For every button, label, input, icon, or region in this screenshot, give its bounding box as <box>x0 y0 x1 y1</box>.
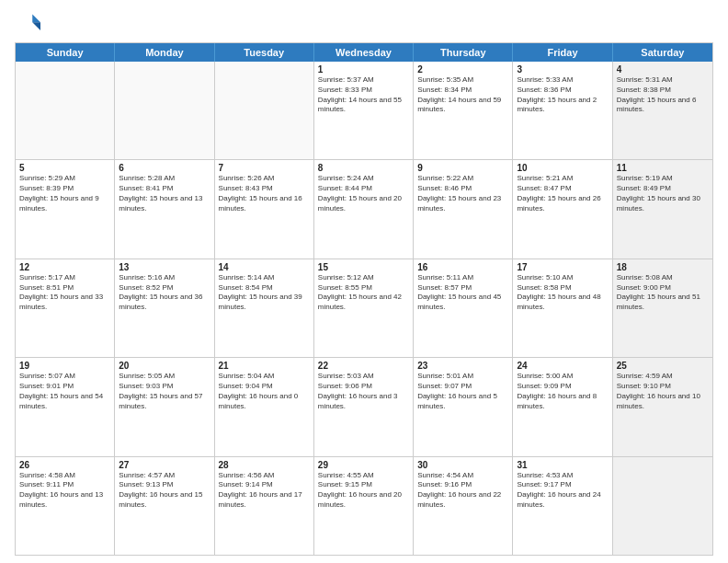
calendar-day-1: 1Sunrise: 5:37 AM Sunset: 8:33 PM Daylig… <box>314 62 414 159</box>
calendar-day-3: 3Sunrise: 5:33 AM Sunset: 8:36 PM Daylig… <box>513 62 612 159</box>
day-number: 13 <box>119 262 210 272</box>
calendar-day-8: 8Sunrise: 5:24 AM Sunset: 8:44 PM Daylig… <box>314 160 414 258</box>
day-info: Sunrise: 5:17 AM Sunset: 8:51 PM Dayligh… <box>19 273 110 313</box>
day-number: 6 <box>119 163 210 173</box>
day-number: 18 <box>617 262 709 272</box>
day-number: 2 <box>417 64 508 75</box>
calendar-day-6: 6Sunrise: 5:28 AM Sunset: 8:41 PM Daylig… <box>115 160 214 258</box>
calendar-day-9: 9Sunrise: 5:22 AM Sunset: 8:46 PM Daylig… <box>414 160 513 258</box>
svg-marker-1 <box>32 22 40 30</box>
calendar-day-18: 18Sunrise: 5:08 AM Sunset: 9:00 PM Dayli… <box>613 259 712 357</box>
calendar-day-30: 30Sunrise: 4:54 AM Sunset: 9:16 PM Dayli… <box>414 457 513 555</box>
day-number: 9 <box>417 163 508 173</box>
day-header-saturday: Saturday <box>613 43 712 62</box>
calendar-day-7: 7Sunrise: 5:26 AM Sunset: 8:43 PM Daylig… <box>215 160 314 258</box>
day-number: 7 <box>219 163 310 173</box>
calendar: SundayMondayTuesdayWednesdayThursdayFrid… <box>15 42 713 556</box>
calendar-day-28: 28Sunrise: 4:56 AM Sunset: 9:14 PM Dayli… <box>215 457 314 555</box>
calendar-day-10: 10Sunrise: 5:21 AM Sunset: 8:47 PM Dayli… <box>513 160 612 258</box>
calendar-day-29: 29Sunrise: 4:55 AM Sunset: 9:15 PM Dayli… <box>314 457 414 555</box>
day-info: Sunrise: 5:37 AM Sunset: 8:33 PM Dayligh… <box>318 75 409 115</box>
calendar-day-5: 5Sunrise: 5:29 AM Sunset: 8:39 PM Daylig… <box>16 160 115 258</box>
day-number: 3 <box>517 64 608 75</box>
calendar-day-15: 15Sunrise: 5:12 AM Sunset: 8:55 PM Dayli… <box>314 259 414 357</box>
day-info: Sunrise: 5:07 AM Sunset: 9:01 PM Dayligh… <box>19 372 110 411</box>
calendar-day-12: 12Sunrise: 5:17 AM Sunset: 8:51 PM Dayli… <box>16 259 115 357</box>
day-number: 10 <box>517 163 608 173</box>
calendar-day-26: 26Sunrise: 4:58 AM Sunset: 9:11 PM Dayli… <box>16 457 115 555</box>
day-number: 24 <box>517 361 608 371</box>
day-info: Sunrise: 5:01 AM Sunset: 9:07 PM Dayligh… <box>417 372 508 411</box>
day-info: Sunrise: 5:21 AM Sunset: 8:47 PM Dayligh… <box>517 174 608 213</box>
day-number: 21 <box>219 361 310 371</box>
day-number: 31 <box>517 460 608 470</box>
calendar-week-5: 26Sunrise: 4:58 AM Sunset: 9:11 PM Dayli… <box>16 457 712 555</box>
day-number: 28 <box>219 460 310 470</box>
svg-marker-0 <box>32 15 40 23</box>
calendar-day-19: 19Sunrise: 5:07 AM Sunset: 9:01 PM Dayli… <box>16 358 115 455</box>
calendar-week-4: 19Sunrise: 5:07 AM Sunset: 9:01 PM Dayli… <box>16 358 712 456</box>
day-info: Sunrise: 5:04 AM Sunset: 9:04 PM Dayligh… <box>219 372 310 411</box>
day-info: Sunrise: 4:57 AM Sunset: 9:13 PM Dayligh… <box>119 471 210 511</box>
day-info: Sunrise: 5:16 AM Sunset: 8:52 PM Dayligh… <box>119 273 210 313</box>
calendar-day-21: 21Sunrise: 5:04 AM Sunset: 9:04 PM Dayli… <box>215 358 314 455</box>
day-info: Sunrise: 5:29 AM Sunset: 8:39 PM Dayligh… <box>19 174 110 213</box>
day-number: 17 <box>517 262 608 272</box>
day-info: Sunrise: 5:10 AM Sunset: 8:58 PM Dayligh… <box>517 273 608 313</box>
calendar-day-22: 22Sunrise: 5:03 AM Sunset: 9:06 PM Dayli… <box>314 358 414 455</box>
day-number: 23 <box>417 361 508 371</box>
day-info: Sunrise: 5:03 AM Sunset: 9:06 PM Dayligh… <box>318 372 409 411</box>
day-info: Sunrise: 5:19 AM Sunset: 8:49 PM Dayligh… <box>617 174 709 213</box>
day-number: 19 <box>19 361 110 371</box>
calendar-day-17: 17Sunrise: 5:10 AM Sunset: 8:58 PM Dayli… <box>513 259 612 357</box>
calendar-day-16: 16Sunrise: 5:11 AM Sunset: 8:57 PM Dayli… <box>414 259 513 357</box>
day-number: 22 <box>318 361 409 371</box>
day-info: Sunrise: 5:35 AM Sunset: 8:34 PM Dayligh… <box>417 75 508 115</box>
calendar-week-1: 1Sunrise: 5:37 AM Sunset: 8:33 PM Daylig… <box>16 62 712 160</box>
day-info: Sunrise: 5:14 AM Sunset: 8:54 PM Dayligh… <box>219 273 310 313</box>
calendar-day-20: 20Sunrise: 5:05 AM Sunset: 9:03 PM Dayli… <box>115 358 214 455</box>
calendar-day-25: 25Sunrise: 4:59 AM Sunset: 9:10 PM Dayli… <box>613 358 712 455</box>
day-number: 14 <box>219 262 310 272</box>
page: SundayMondayTuesdayWednesdayThursdayFrid… <box>0 0 728 563</box>
calendar-empty-cell <box>16 62 115 159</box>
day-number: 15 <box>318 262 409 272</box>
day-number: 26 <box>19 460 110 470</box>
day-header-tuesday: Tuesday <box>215 43 314 62</box>
day-info: Sunrise: 5:00 AM Sunset: 9:09 PM Dayligh… <box>517 372 608 411</box>
day-number: 25 <box>617 361 709 371</box>
day-info: Sunrise: 5:08 AM Sunset: 9:00 PM Dayligh… <box>617 273 709 313</box>
day-info: Sunrise: 4:56 AM Sunset: 9:14 PM Dayligh… <box>219 471 310 511</box>
day-info: Sunrise: 4:55 AM Sunset: 9:15 PM Dayligh… <box>318 471 409 511</box>
day-header-friday: Friday <box>513 43 612 62</box>
day-header-wednesday: Wednesday <box>314 43 414 62</box>
day-number: 30 <box>417 460 508 470</box>
logo-icon <box>15 11 40 37</box>
day-info: Sunrise: 5:22 AM Sunset: 8:46 PM Dayligh… <box>417 174 508 213</box>
calendar-empty-cell <box>115 62 214 159</box>
calendar-empty-cell <box>215 62 314 159</box>
day-number: 11 <box>617 163 709 173</box>
header <box>15 11 713 37</box>
calendar-day-27: 27Sunrise: 4:57 AM Sunset: 9:13 PM Dayli… <box>115 457 214 555</box>
day-number: 4 <box>617 64 709 75</box>
day-number: 1 <box>318 64 409 75</box>
day-info: Sunrise: 5:26 AM Sunset: 8:43 PM Dayligh… <box>219 174 310 213</box>
calendar-empty-cell <box>613 457 712 555</box>
calendar-day-13: 13Sunrise: 5:16 AM Sunset: 8:52 PM Dayli… <box>115 259 214 357</box>
calendar-week-3: 12Sunrise: 5:17 AM Sunset: 8:51 PM Dayli… <box>16 259 712 358</box>
calendar-day-24: 24Sunrise: 5:00 AM Sunset: 9:09 PM Dayli… <box>513 358 612 455</box>
calendar-header-row: SundayMondayTuesdayWednesdayThursdayFrid… <box>16 43 712 62</box>
day-number: 8 <box>318 163 409 173</box>
day-info: Sunrise: 4:58 AM Sunset: 9:11 PM Dayligh… <box>19 471 110 511</box>
day-number: 20 <box>119 361 210 371</box>
day-number: 27 <box>119 460 210 470</box>
day-info: Sunrise: 5:11 AM Sunset: 8:57 PM Dayligh… <box>417 273 508 313</box>
day-info: Sunrise: 5:24 AM Sunset: 8:44 PM Dayligh… <box>318 174 409 213</box>
calendar-day-23: 23Sunrise: 5:01 AM Sunset: 9:07 PM Dayli… <box>414 358 513 455</box>
day-number: 5 <box>19 163 110 173</box>
calendar-body: 1Sunrise: 5:37 AM Sunset: 8:33 PM Daylig… <box>16 62 712 555</box>
day-info: Sunrise: 4:53 AM Sunset: 9:17 PM Dayligh… <box>517 471 608 511</box>
day-info: Sunrise: 5:05 AM Sunset: 9:03 PM Dayligh… <box>119 372 210 411</box>
day-header-thursday: Thursday <box>414 43 513 62</box>
